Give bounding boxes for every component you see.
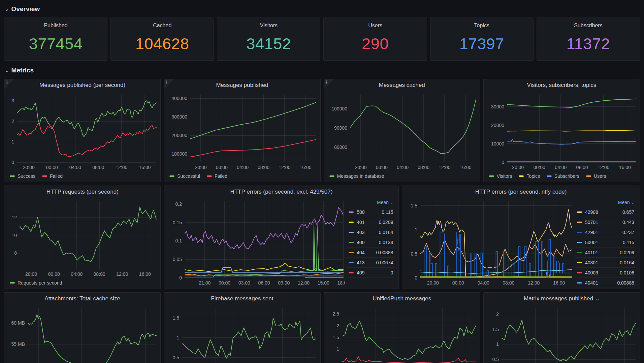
metrics-row-1: Messages published (per second) 20:0000:…: [4, 79, 640, 182]
chart-canvas[interactable]: 20:0000:0004:0008:0012:0016:008000090000…: [325, 91, 478, 172]
panel-title[interactable]: Visitors, subscribers, topics: [484, 79, 640, 91]
legend-series-name: 413: [357, 260, 364, 265]
section-header-overview[interactable]: Overview: [5, 5, 640, 13]
legend-item[interactable]: 500010.115: [575, 237, 635, 248]
panel-messages-published: Messages published 20:0000:0004:0008:001…: [164, 79, 320, 182]
chart-legend: Messages in database: [325, 172, 478, 180]
svg-text:09:00: 09:00: [278, 280, 290, 286]
chart-canvas[interactable]: 20:0000:0004:0008:0012:0016:0055 MB60 MB: [6, 305, 158, 363]
svg-text:04:00: 04:00: [69, 165, 81, 170]
legend-item[interactable]: 429010.237: [575, 227, 635, 237]
svg-text:90000: 90000: [334, 125, 347, 131]
legend-item[interactable]: 4010.0209: [347, 217, 394, 227]
legend-item[interactable]: 5000.115: [347, 207, 394, 217]
panel-title[interactable]: Messages cached: [324, 79, 480, 91]
panel-title-text: UnifiedPush messages: [373, 295, 431, 302]
stat-panel-topics: Topics 17397: [430, 18, 534, 61]
legend-item[interactable]: Success: [10, 173, 35, 179]
svg-text:3: 3: [11, 98, 14, 103]
legend-item[interactable]: 400090.0106: [575, 268, 635, 278]
svg-text:0.5: 0.5: [492, 357, 499, 362]
panel-title[interactable]: Attachments: Total cache size: [4, 293, 160, 305]
svg-text:1: 1: [336, 346, 339, 352]
legend-item[interactable]: Requests per second: [10, 280, 62, 286]
svg-text:00:00: 00:00: [376, 165, 387, 170]
panel-title[interactable]: Messages published (per second): [4, 79, 160, 91]
chart-legend: Requests per second: [6, 278, 158, 287]
chart-canvas[interactable]: 20:0000:0004:0008:0012:0016:0011.522.5: [325, 305, 478, 363]
legend-item[interactable]: Users: [586, 173, 606, 179]
section-header-metrics[interactable]: Metrics: [5, 66, 640, 75]
chart-canvas[interactable]: 20:0000:0004:0008:0012:0016:000100002000…: [485, 91, 638, 172]
svg-text:0.2: 0.2: [175, 201, 182, 207]
legend-sort-mean[interactable]: Mean: [347, 199, 394, 207]
legend-item[interactable]: Subscribers: [547, 173, 579, 179]
chart-canvas[interactable]: 20:0000:0004:0008:0012:0016:000.511.5: [165, 305, 318, 363]
chart-canvas[interactable]: 20:0000:0004:0008:0012:0016:001000002000…: [165, 91, 318, 172]
legend-item[interactable]: Messages in database: [329, 173, 384, 179]
svg-text:400000: 400000: [172, 96, 188, 101]
legend-series-name: 404: [357, 250, 364, 255]
legend-item[interactable]: 4090: [347, 268, 394, 278]
panel-title[interactable]: UnifiedPush messages: [324, 293, 480, 305]
panel-title[interactable]: Messages published: [164, 79, 320, 91]
svg-text:04:00: 04:00: [397, 165, 409, 170]
chevron-down-icon: [631, 201, 634, 205]
chart-canvas[interactable]: 20:0000:0004:0008:0012:0016:0081012: [6, 198, 158, 278]
legend-mean-value: 0.0134: [379, 240, 393, 245]
chart-plot: 20:0000:0004:0008:0012:0016:000.511.5: [165, 305, 318, 363]
svg-text:0: 0: [415, 275, 417, 280]
legend-mean-value: 0.443: [622, 220, 634, 225]
svg-text:0: 0: [502, 160, 504, 165]
svg-text:0.15: 0.15: [173, 220, 182, 225]
svg-text:16:00: 16:00: [139, 271, 151, 277]
stat-value: 104628: [135, 27, 189, 60]
legend-item[interactable]: 401010.0209: [575, 248, 635, 258]
chart-plot: 20:0000:0004:0008:0012:0016:008000090000…: [325, 91, 478, 172]
info-icon[interactable]: [4, 79, 14, 89]
panel-title[interactable]: Matrix messages published: [484, 293, 640, 305]
legend-item[interactable]: Visitors: [489, 173, 512, 179]
legend-item[interactable]: Topics: [519, 173, 540, 179]
svg-text:08:00: 08:00: [94, 271, 105, 277]
legend-item[interactable]: 4000.0134: [347, 237, 394, 248]
panel-title[interactable]: HTTP errors (per second, ntfy code): [402, 186, 640, 198]
legend-item[interactable]: 404010.00888: [575, 278, 635, 288]
legend-item[interactable]: 507010.443: [575, 217, 635, 227]
svg-text:20:00: 20:00: [427, 280, 439, 286]
legend-item[interactable]: Successful: [169, 173, 200, 179]
panel-attachments-cache-size: Attachments: Total cache size 20:0000:00…: [4, 292, 161, 363]
legend-swatch: [586, 175, 591, 177]
panel-title[interactable]: HTTP errors (per second, excl. 429/507): [164, 186, 398, 198]
legend-item[interactable]: 4030.0164: [347, 227, 394, 237]
svg-text:1: 1: [496, 341, 499, 347]
panel-title-text: Messages cached: [379, 82, 425, 89]
panel-title[interactable]: HTTP requests (per second): [4, 186, 160, 198]
svg-text:2: 2: [496, 311, 499, 317]
legend-sort-mean[interactable]: Mean: [575, 199, 635, 207]
stat-value: 17397: [459, 27, 504, 60]
chart-plot: 20:0000:0004:0008:0012:0016:0011.522.5: [325, 305, 478, 363]
chart-canvas[interactable]: 20:0000:0004:0008:0012:0016:000.511.52: [485, 305, 638, 363]
legend-item[interactable]: 429080.657: [575, 207, 635, 217]
panel-title[interactable]: Firebase messages sent: [164, 293, 320, 305]
svg-text:1.5: 1.5: [411, 203, 418, 208]
chart-canvas[interactable]: 21:0000:0003:0006:0009:0012:0015:0018:00…: [165, 198, 345, 287]
svg-text:0.1: 0.1: [175, 238, 182, 243]
svg-text:04:00: 04:00: [555, 165, 567, 170]
legend-swatch: [577, 252, 582, 253]
legend-item[interactable]: Failed: [207, 173, 227, 179]
info-icon[interactable]: [164, 79, 174, 89]
chart-canvas[interactable]: 20:0000:0004:0008:0012:0016:000123: [6, 91, 158, 172]
legend-item[interactable]: 403010.0164: [575, 258, 635, 268]
legend-item[interactable]: 4130.00674: [347, 258, 394, 268]
svg-text:16:00: 16:00: [553, 280, 565, 286]
legend-swatch: [10, 175, 15, 177]
legend-item[interactable]: Failed: [42, 173, 63, 179]
panel-visitors-subscribers-topics: Visitors, subscribers, topics 20:0000:00…: [483, 79, 640, 182]
svg-text:20:00: 20:00: [512, 165, 524, 170]
chart-canvas[interactable]: 20:0000:0004:0008:0012:0016:0000.511.5: [404, 198, 574, 287]
info-icon[interactable]: [324, 79, 334, 89]
svg-text:20000: 20000: [491, 123, 504, 128]
legend-item[interactable]: 4040.00888: [347, 248, 394, 258]
